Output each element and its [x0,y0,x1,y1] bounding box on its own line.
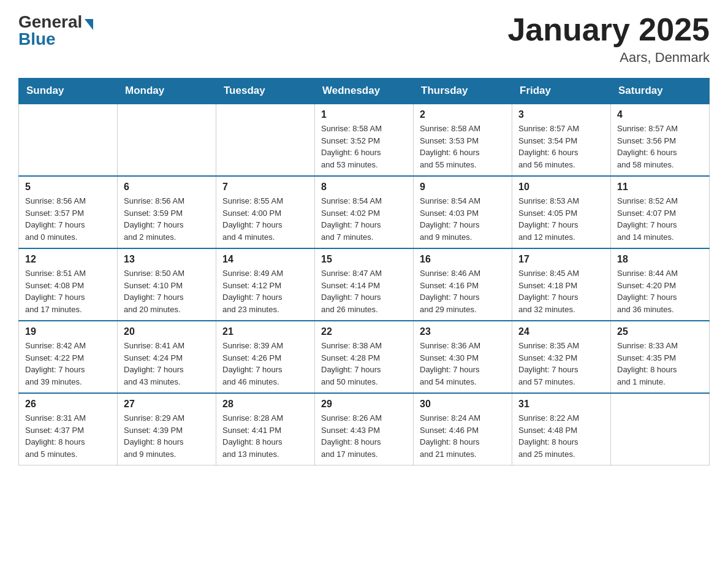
day-number: 3 [518,109,604,120]
calendar-cell: 16Sunrise: 8:46 AM Sunset: 4:16 PM Dayli… [414,248,512,321]
calendar-cell: 1Sunrise: 8:58 AM Sunset: 3:52 PM Daylig… [315,104,414,176]
day-of-week-header: Saturday [611,79,710,104]
calendar-cell: 3Sunrise: 8:57 AM Sunset: 3:54 PM Daylig… [512,104,611,176]
calendar-cell: 13Sunrise: 8:50 AM Sunset: 4:10 PM Dayli… [118,248,216,321]
day-info: Sunrise: 8:24 AM Sunset: 4:46 PM Dayligh… [420,412,506,460]
day-info: Sunrise: 8:54 AM Sunset: 4:03 PM Dayligh… [420,195,506,243]
calendar-cell: 14Sunrise: 8:49 AM Sunset: 4:12 PM Dayli… [216,248,315,321]
calendar-cell: 6Sunrise: 8:56 AM Sunset: 3:59 PM Daylig… [118,176,216,248]
calendar-body: 1Sunrise: 8:58 AM Sunset: 3:52 PM Daylig… [19,104,710,465]
calendar-cell: 17Sunrise: 8:45 AM Sunset: 4:18 PM Dayli… [512,248,611,321]
day-info: Sunrise: 8:33 AM Sunset: 4:35 PM Dayligh… [617,340,703,388]
calendar-cell: 27Sunrise: 8:29 AM Sunset: 4:39 PM Dayli… [118,393,216,465]
calendar-cell: 9Sunrise: 8:54 AM Sunset: 4:03 PM Daylig… [414,176,512,248]
calendar-cell: 5Sunrise: 8:56 AM Sunset: 3:57 PM Daylig… [19,176,118,248]
day-number: 25 [617,326,703,337]
page-header: General Blue January 2025 Aars, Denmark [18,12,710,66]
day-number: 10 [518,182,604,193]
day-info: Sunrise: 8:53 AM Sunset: 4:05 PM Dayligh… [518,195,604,243]
logo: General Blue [18,12,93,49]
calendar-cell [216,104,315,176]
calendar-cell: 12Sunrise: 8:51 AM Sunset: 4:08 PM Dayli… [19,248,118,321]
day-info: Sunrise: 8:26 AM Sunset: 4:43 PM Dayligh… [321,412,407,460]
day-number: 18 [617,254,703,265]
calendar-table: SundayMondayTuesdayWednesdayThursdayFrid… [18,78,710,465]
day-of-week-header: Monday [118,79,216,104]
day-number: 8 [321,182,407,193]
calendar-cell: 31Sunrise: 8:22 AM Sunset: 4:48 PM Dayli… [512,393,611,465]
logo-arrow-icon [85,19,93,30]
day-info: Sunrise: 8:54 AM Sunset: 4:02 PM Dayligh… [321,195,407,243]
calendar-cell [118,104,216,176]
day-info: Sunrise: 8:58 AM Sunset: 3:53 PM Dayligh… [420,123,506,170]
calendar-cell [611,393,710,465]
day-info: Sunrise: 8:51 AM Sunset: 4:08 PM Dayligh… [25,267,111,315]
day-number: 20 [124,326,210,337]
calendar-cell: 2Sunrise: 8:58 AM Sunset: 3:53 PM Daylig… [414,104,512,176]
day-number: 11 [617,182,703,193]
day-number: 30 [420,399,506,410]
day-info: Sunrise: 8:44 AM Sunset: 4:20 PM Dayligh… [617,267,703,315]
day-number: 31 [518,399,604,410]
calendar-cell: 29Sunrise: 8:26 AM Sunset: 4:43 PM Dayli… [315,393,414,465]
day-info: Sunrise: 8:39 AM Sunset: 4:26 PM Dayligh… [222,340,308,388]
calendar-cell: 7Sunrise: 8:55 AM Sunset: 4:00 PM Daylig… [216,176,315,248]
calendar-cell [19,104,118,176]
calendar-cell: 10Sunrise: 8:53 AM Sunset: 4:05 PM Dayli… [512,176,611,248]
day-info: Sunrise: 8:58 AM Sunset: 3:52 PM Dayligh… [321,123,407,170]
calendar-cell: 11Sunrise: 8:52 AM Sunset: 4:07 PM Dayli… [611,176,710,248]
day-number: 29 [321,399,407,410]
calendar-cell: 19Sunrise: 8:42 AM Sunset: 4:22 PM Dayli… [19,321,118,393]
day-info: Sunrise: 8:57 AM Sunset: 3:54 PM Dayligh… [518,123,604,170]
day-number: 4 [617,109,703,120]
day-info: Sunrise: 8:36 AM Sunset: 4:30 PM Dayligh… [420,340,506,388]
day-number: 27 [124,399,210,410]
day-info: Sunrise: 8:22 AM Sunset: 4:48 PM Dayligh… [518,412,604,460]
month-year-title: January 2025 [507,12,710,47]
day-number: 21 [222,326,308,337]
calendar-cell: 24Sunrise: 8:35 AM Sunset: 4:32 PM Dayli… [512,321,611,393]
day-number: 5 [25,182,111,193]
calendar-cell: 8Sunrise: 8:54 AM Sunset: 4:02 PM Daylig… [315,176,414,248]
day-number: 1 [321,109,407,120]
day-info: Sunrise: 8:38 AM Sunset: 4:28 PM Dayligh… [321,340,407,388]
calendar-cell: 15Sunrise: 8:47 AM Sunset: 4:14 PM Dayli… [315,248,414,321]
calendar-cell: 18Sunrise: 8:44 AM Sunset: 4:20 PM Dayli… [611,248,710,321]
day-info: Sunrise: 8:56 AM Sunset: 3:57 PM Dayligh… [25,195,111,243]
calendar-week-row: 1Sunrise: 8:58 AM Sunset: 3:52 PM Daylig… [19,104,710,176]
day-number: 22 [321,326,407,337]
day-info: Sunrise: 8:28 AM Sunset: 4:41 PM Dayligh… [222,412,308,460]
day-number: 26 [25,399,111,410]
location-text: Aars, Denmark [507,50,710,66]
day-number: 28 [222,399,308,410]
calendar-cell: 20Sunrise: 8:41 AM Sunset: 4:24 PM Dayli… [118,321,216,393]
day-info: Sunrise: 8:49 AM Sunset: 4:12 PM Dayligh… [222,267,308,315]
title-section: January 2025 Aars, Denmark [507,12,710,66]
day-info: Sunrise: 8:56 AM Sunset: 3:59 PM Dayligh… [124,195,210,243]
calendar-header: SundayMondayTuesdayWednesdayThursdayFrid… [19,79,710,104]
calendar-cell: 23Sunrise: 8:36 AM Sunset: 4:30 PM Dayli… [414,321,512,393]
days-of-week-row: SundayMondayTuesdayWednesdayThursdayFrid… [19,79,710,104]
day-info: Sunrise: 8:45 AM Sunset: 4:18 PM Dayligh… [518,267,604,315]
calendar-week-row: 5Sunrise: 8:56 AM Sunset: 3:57 PM Daylig… [19,176,710,248]
calendar-week-row: 12Sunrise: 8:51 AM Sunset: 4:08 PM Dayli… [19,248,710,321]
day-number: 24 [518,326,604,337]
day-number: 6 [124,182,210,193]
day-of-week-header: Thursday [414,79,512,104]
day-number: 13 [124,254,210,265]
calendar-cell: 26Sunrise: 8:31 AM Sunset: 4:37 PM Dayli… [19,393,118,465]
day-number: 7 [222,182,308,193]
day-info: Sunrise: 8:55 AM Sunset: 4:00 PM Dayligh… [222,195,308,243]
logo-blue-text: Blue [18,29,56,49]
day-number: 9 [420,182,506,193]
day-info: Sunrise: 8:41 AM Sunset: 4:24 PM Dayligh… [124,340,210,388]
calendar-week-row: 26Sunrise: 8:31 AM Sunset: 4:37 PM Dayli… [19,393,710,465]
day-number: 23 [420,326,506,337]
day-number: 19 [25,326,111,337]
day-number: 14 [222,254,308,265]
calendar-cell: 25Sunrise: 8:33 AM Sunset: 4:35 PM Dayli… [611,321,710,393]
calendar-cell: 21Sunrise: 8:39 AM Sunset: 4:26 PM Dayli… [216,321,315,393]
day-info: Sunrise: 8:31 AM Sunset: 4:37 PM Dayligh… [25,412,111,460]
day-info: Sunrise: 8:42 AM Sunset: 4:22 PM Dayligh… [25,340,111,388]
day-number: 2 [420,109,506,120]
